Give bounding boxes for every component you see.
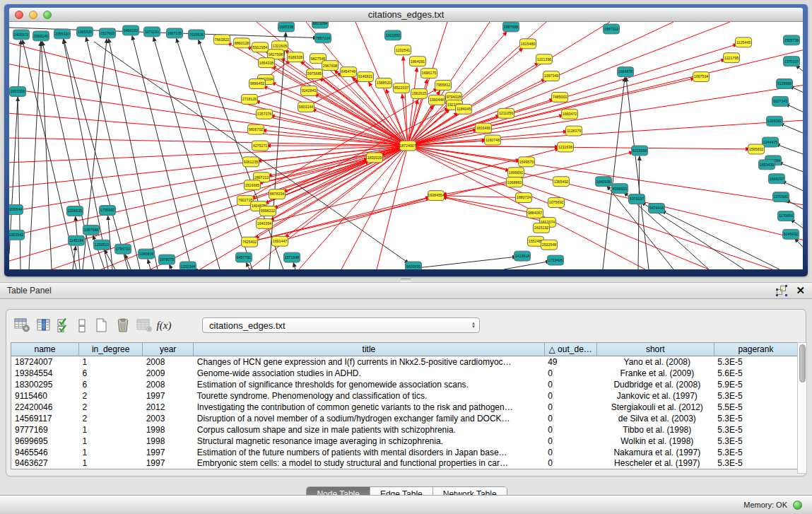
network-node[interactable]: 1588520	[376, 78, 392, 88]
delete-columns-button[interactable]	[112, 315, 134, 335]
network-node[interactable]: 1667135	[167, 28, 183, 38]
citation-network-graph[interactable]: 2405572306914020553201065325152760294661…	[9, 22, 803, 269]
column-header-short[interactable]: short	[596, 343, 714, 356]
network-node[interactable]: 2087688	[503, 22, 519, 32]
network-node[interactable]: 7515526	[189, 30, 205, 40]
network-node[interactable]: 7857224	[315, 33, 331, 43]
column-header-year[interactable]: year	[143, 343, 194, 356]
network-node[interactable]: 7625402	[242, 237, 258, 247]
network-node[interactable]: 2718126	[242, 94, 258, 104]
network-node[interactable]: 1527602	[100, 28, 116, 38]
network-node[interactable]: 1065325	[77, 27, 93, 37]
network-node[interactable]: 1830029	[367, 153, 383, 163]
network-node[interactable]: 2206535	[67, 206, 83, 216]
table-row[interactable]: 946362711997Embryonic stem cells: a mode…	[11, 458, 798, 469]
network-node[interactable]: 1211636	[558, 142, 574, 152]
network-node[interactable]: 8522037	[394, 83, 410, 93]
table-row[interactable]: 1456911722003Disruption of a novel membe…	[11, 413, 798, 424]
network-node[interactable]: 9129966	[777, 79, 793, 89]
network-node[interactable]: 9884067	[527, 208, 543, 218]
network-node[interactable]: 1615192	[534, 223, 550, 233]
network-node[interactable]: 1735992	[100, 206, 116, 216]
network-node[interactable]: 1549579	[519, 157, 535, 167]
network-node[interactable]: 1664878	[618, 67, 634, 77]
network-node[interactable]: 1125445	[736, 37, 752, 47]
network-node[interactable]: 1562615	[411, 88, 428, 98]
network-node[interactable]: 1595832	[748, 144, 765, 154]
network-node[interactable]: 2967608	[322, 61, 339, 71]
network-node[interactable]: 1375107	[784, 57, 800, 66]
network-node[interactable]: 8878334	[269, 189, 286, 199]
network-node[interactable]: 8938923	[612, 184, 628, 194]
network-node[interactable]: 8813054	[312, 22, 329, 28]
network-node[interactable]: 1678275	[159, 255, 175, 264]
network-node[interactable]: 19384554	[428, 191, 445, 201]
column-header-in-degree[interactable]: in_degree	[79, 343, 143, 356]
network-node[interactable]: 9466162	[123, 25, 139, 35]
network-node[interactable]: 9227343	[772, 96, 789, 106]
network-node[interactable]: 6379197	[629, 194, 645, 204]
network-node[interactable]: 2405572	[13, 30, 30, 40]
network-node[interactable]: 1128379	[566, 126, 582, 136]
column-header-out-de-[interactable]: △ out_de…	[544, 343, 596, 356]
network-node[interactable]: 1221795	[724, 53, 740, 63]
network-node[interactable]: 5912954	[252, 42, 269, 52]
table-row[interactable]: 977716911998Corpus callosum shape and si…	[11, 424, 798, 436]
network-node[interactable]: 8186328	[288, 52, 304, 62]
network-node[interactable]: 9361235	[243, 157, 259, 167]
network-node[interactable]: 1097349	[543, 71, 560, 81]
network-node[interactable]: 7955812	[435, 81, 452, 90]
network-node[interactable]: 1097588	[83, 225, 100, 235]
table-row[interactable]: 911546021997Tourette syndrome. Phenomeno…	[11, 390, 798, 402]
network-node[interactable]: 1097534	[693, 72, 710, 82]
network-node[interactable]: 1232344	[180, 262, 196, 269]
show-columns-button[interactable]	[33, 315, 54, 335]
network-node[interactable]: 1068863	[507, 177, 523, 187]
network-node[interactable]: 1160748	[485, 135, 501, 145]
network-node[interactable]: 1654338	[259, 58, 275, 68]
network-node[interactable]: 1244415	[763, 137, 779, 147]
network-node[interactable]: 8454749	[341, 67, 357, 77]
network-node[interactable]: 1660472	[562, 109, 578, 119]
network-node[interactable]: 1075692	[548, 198, 565, 208]
network-node[interactable]: 9457791	[236, 252, 252, 262]
network-node[interactable]: 1250513	[94, 240, 110, 250]
network-node[interactable]: 1880724	[516, 193, 532, 203]
network-node[interactable]: 1357376	[257, 109, 273, 119]
table-row[interactable]: 946554611997Estimation of the future num…	[11, 447, 798, 458]
scrollbar-thumb[interactable]	[799, 344, 806, 382]
network-node[interactable]: 1569297	[769, 174, 785, 184]
network-node[interactable]: 1170856	[778, 211, 794, 221]
network-node[interactable]: 4275271	[252, 141, 269, 151]
network-node[interactable]: 7663822	[214, 35, 230, 45]
table-vertical-scrollbar[interactable]	[797, 342, 807, 474]
network-node[interactable]: 1413614	[514, 251, 531, 261]
network-node[interactable]: 1071191	[144, 27, 160, 37]
table-settings-button[interactable]	[12, 315, 33, 335]
network-node[interactable]: 9146821	[358, 72, 374, 82]
column-header-title[interactable]: title	[194, 343, 544, 356]
close-panel-icon[interactable]: ✕	[796, 285, 805, 296]
table-row[interactable]: 969969511998Structural magnetic resonanc…	[11, 436, 798, 447]
network-node[interactable]: 1640394	[257, 218, 273, 228]
network-node[interactable]: 1184045	[456, 104, 472, 114]
network-node[interactable]: 1571648	[284, 252, 300, 262]
select-all-icon-button[interactable]	[54, 315, 73, 335]
network-node[interactable]: 1816460	[476, 123, 492, 133]
table-select-dropdown[interactable]: citations_edges.txt ▲▼	[202, 317, 480, 333]
network-node[interactable]: 9998222	[260, 206, 276, 216]
network-node[interactable]: 1990448	[429, 95, 445, 105]
network-node[interactable]: 1733426	[548, 255, 564, 265]
table-row[interactable]: 2242004622012Investigating the contribut…	[11, 402, 798, 413]
network-node[interactable]: 1516685	[245, 180, 261, 190]
network-node[interactable]: 1605338	[278, 22, 295, 32]
network-node[interactable]: 5803144	[298, 102, 314, 112]
table-row[interactable]: 1872400712008Changes of HCN gene express…	[11, 356, 798, 368]
network-node[interactable]: 1505739	[784, 35, 800, 45]
network-node[interactable]: 2522548	[541, 240, 558, 250]
network-node[interactable]: 1640935	[596, 177, 612, 187]
network-node-hub[interactable]: 18724007	[399, 141, 416, 151]
network-node[interactable]: 9699695	[406, 262, 422, 269]
network-node[interactable]: 9806702	[248, 124, 264, 134]
unselect-all-icon-button[interactable]	[73, 315, 91, 335]
